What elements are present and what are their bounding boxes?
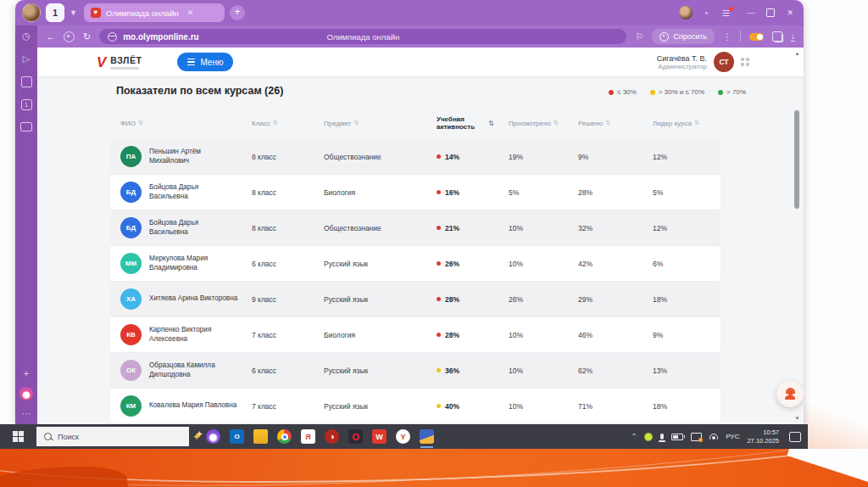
browser-menu-icon[interactable]: ☰ [718, 8, 733, 18]
yandex-app-icon[interactable]: Я [301, 429, 315, 444]
extension-toggle-icon[interactable] [749, 33, 764, 41]
column-header-label: Решено [578, 120, 603, 127]
tab-close-icon[interactable]: ✕ [187, 8, 194, 17]
ask-icon [659, 32, 669, 42]
scroll-down-icon[interactable]: ▼ [794, 416, 800, 421]
column-header[interactable]: Класс⇅ [242, 120, 314, 127]
table-row[interactable]: БДБойцова Дарья Васильевна8 классОбществ… [110, 210, 721, 246]
student-avatar: ММ [120, 253, 142, 274]
class-cell: 9 класс [242, 295, 314, 304]
language-indicator[interactable]: РУС [726, 433, 739, 440]
sort-icon[interactable]: ⇅ [354, 120, 359, 126]
subject-cell: Биология [314, 188, 426, 197]
add-panel-icon[interactable]: + [21, 368, 32, 379]
protect-icon[interactable] [64, 31, 75, 42]
display-tray-icon[interactable] [691, 433, 702, 441]
activity-cell: 21% [426, 224, 498, 232]
red-swirl-app-icon[interactable]: ◑ [325, 429, 339, 444]
subject-cell: Русский язык [314, 367, 426, 375]
table-row[interactable]: МММеркулова Мария Владимировна6 классРус… [110, 246, 721, 282]
scrollbar-thumb[interactable] [794, 110, 799, 209]
restore-button[interactable] [766, 8, 775, 17]
collections-icon[interactable] [772, 31, 782, 42]
site-logo[interactable]: V ВЗЛЁТ [97, 55, 142, 70]
minimize-button[interactable]: — [747, 8, 754, 17]
battery-icon[interactable] [671, 434, 683, 440]
column-header[interactable]: ФИО⇅ [110, 120, 242, 127]
user-block[interactable]: Сигачёва Т. В. Администратор СТ [657, 52, 749, 72]
sort-icon[interactable]: ⇅ [554, 120, 559, 126]
sort-icon[interactable]: ⇅ [694, 120, 699, 126]
new-tab-button[interactable]: + [230, 5, 245, 20]
column-header[interactable]: Решено⇅ [568, 120, 643, 127]
microphone-tray-icon[interactable] [660, 434, 664, 439]
taskbar-clock[interactable]: 10:57 27.10.2025 [747, 428, 779, 445]
column-header[interactable]: Лидер курса⇅ [643, 120, 721, 127]
student-cell: ПАПеньшин Артём Михайлович [110, 146, 242, 167]
scroll-up-icon[interactable]: ▲ [794, 51, 800, 56]
ask-label: Спросить [673, 32, 707, 41]
time: 10:57 [763, 428, 779, 437]
activity-status-dot [437, 154, 441, 159]
start-button-icon[interactable] [13, 431, 25, 443]
table-row[interactable]: ОКОбразцова Камилла Дилшодовна6 классРус… [110, 353, 721, 389]
download-icon[interactable]: ↓ [791, 32, 795, 42]
bookmark-icon[interactable]: ⚐ [635, 31, 643, 42]
play-icon[interactable]: ▷ [21, 53, 32, 64]
w-app-icon[interactable]: W [372, 429, 387, 444]
ask-button[interactable]: Спросить [652, 29, 715, 44]
alice-assistant-icon[interactable] [19, 387, 33, 400]
network-icon[interactable] [709, 434, 718, 439]
chevron-down-icon[interactable]: ▼ [70, 8, 77, 17]
user-avatar[interactable]: СТ [714, 52, 734, 72]
back-icon[interactable]: ← [46, 31, 55, 42]
sort-icon[interactable]: ⇅ [138, 120, 143, 126]
close-button[interactable]: ✕ [787, 8, 793, 17]
sort-icon[interactable]: ⇅ [273, 120, 278, 126]
table-row[interactable]: КВКарпенко Виктория Алексеевна7 классБио… [110, 317, 721, 353]
column-header[interactable]: Просмотрено⇅ [498, 120, 568, 127]
tab-group-counter[interactable]: 1 [46, 3, 64, 22]
date: 27.10.2025 [747, 437, 779, 445]
photos-app-icon[interactable] [420, 429, 434, 444]
tray-chevron-icon[interactable]: ⌃ [632, 433, 637, 440]
leader-cell: 18% [643, 402, 721, 411]
apps-grid-icon[interactable] [741, 58, 749, 66]
kebab-menu-icon[interactable]: ⋮ [723, 32, 732, 42]
scrollbar[interactable]: ▲ ▼ [793, 49, 801, 423]
sort-icon[interactable]: ⇅ [488, 120, 494, 127]
chrome-app-icon[interactable] [277, 429, 292, 444]
browser-profile-avatar[interactable] [22, 3, 41, 22]
table-row[interactable]: ХАХитяева Арина Викторовна9 классРусский… [110, 282, 721, 317]
taskbar-search[interactable]: Поиск [36, 427, 189, 446]
class-cell: 6 класс [242, 367, 314, 375]
refresh-icon[interactable]: ↻ [83, 31, 91, 42]
browser-assistant-icon[interactable]: ◔ [698, 8, 713, 18]
table-row[interactable]: КМКовалева Мария Павловна7 классРусский … [110, 389, 721, 424]
tabs-panel-icon[interactable] [21, 76, 32, 87]
menu-button[interactable]: Меню [177, 53, 233, 71]
copilot-sparkle-icon[interactable]: ✦ [192, 431, 201, 443]
yandex-browser-app-icon[interactable]: Y [396, 429, 410, 444]
file-explorer-icon[interactable] [253, 429, 268, 444]
account-avatar[interactable] [679, 6, 693, 20]
outlook-app-icon[interactable]: O [230, 429, 244, 444]
address-bar[interactable]: mo.olymponline.ru Олимпиада онлайн [99, 29, 626, 44]
table-row[interactable]: ПАПеньшин Артём Михайлович8 классОбществ… [110, 139, 721, 175]
devices-icon[interactable] [20, 122, 32, 132]
table-row[interactable]: БДБойцова Дарья Васильевна8 классБиологи… [110, 175, 721, 210]
workspace-1-icon[interactable]: 1 [21, 99, 32, 110]
more-icon[interactable]: ⋯ [21, 408, 32, 419]
column-header[interactable]: Учебная активность⇅ [426, 115, 498, 131]
action-center-icon[interactable] [789, 432, 801, 442]
history-icon[interactable]: ◷ [21, 31, 32, 42]
browser-tab[interactable]: ♥ Олимпиада онлайн ✕ [84, 3, 225, 22]
alice-app-icon[interactable] [206, 429, 220, 444]
subject-cell: Обществознание [314, 224, 426, 232]
support-chat-button[interactable] [776, 380, 804, 407]
toolbar-divider [740, 31, 741, 42]
opera-app-icon[interactable]: O [348, 429, 363, 444]
antivirus-tray-icon[interactable] [644, 433, 653, 441]
column-header[interactable]: Предмет⇅ [314, 120, 426, 127]
sort-icon[interactable]: ⇅ [605, 120, 610, 126]
